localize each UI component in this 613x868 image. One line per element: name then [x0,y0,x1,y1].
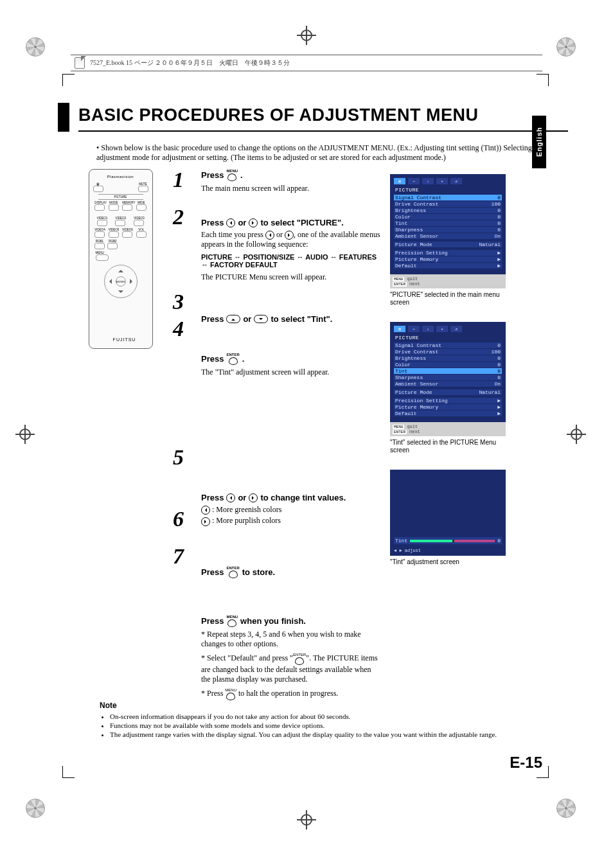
osd-tab-icon: ✦ [436,326,448,332]
osd-tab-icon: ⇔ [408,326,420,332]
remote-right-icon [130,279,135,284]
crop-mark-icon [301,814,312,826]
osd-section-title: PICTURE [395,187,502,193]
crop-mark-icon [19,429,31,440]
osd-item: Ambient SensorOn [394,381,502,387]
remote-mute-button [138,186,148,192]
remote-row-3: VIDEO1 VIDEO2 VIDEO3 [93,217,148,226]
osd-item: Signal Contrast0 [394,342,502,348]
osd-tab-icon: ↺ [450,178,462,184]
notes-title: Note [100,701,542,710]
up-arrow-key-icon [226,315,240,323]
osd-adjust-bar [410,540,495,542]
osd-adjust-value: 0 [497,538,501,544]
registration-mark-icon [26,799,45,818]
remote-dpad: ENTER [104,265,138,298]
osd-item: Picture Memory▶ [394,256,502,262]
osd-tab-icon: ✦ [436,178,448,184]
remote-brand-top: Plasmavision [93,175,148,179]
right-arrow-key-icon [249,218,258,227]
osd-section-title: PICTURE [395,335,502,341]
remote-row-5: RGB1 RGB2 [93,240,148,249]
remote-menu-button [96,254,109,261]
osd-item: Default▶ [394,263,502,269]
language-tab: English [532,116,546,168]
remote-down-icon [118,290,123,296]
osd-adjust-hint: ◄ ► adjust [394,548,421,553]
registration-mark-icon [556,799,576,818]
osd-item: Tint0 [394,220,502,226]
note-item: The adjustment range varies with the dis… [110,731,542,738]
running-header-text: 7527_E.book 15 ページ ２００６年９月５日 火曜日 午後９時３５分 [90,58,290,67]
osd-item: Tint0 [394,368,502,374]
remote-row-4: VIDEO4 VIDEO5 VIDEO6 VOL [93,228,148,238]
osd-item: Drive Contrast100 [394,349,502,355]
osd-item: Sharpness0 [394,375,502,380]
page-title: BASIC PROCEDURES OF ADJUSTMENT MENU [78,103,568,132]
osd-item: Sharpness0 [394,227,502,233]
osd-item: Color0 [394,214,502,220]
remote-row-2: DISPLAY MODE MEMORY WIDE [93,201,148,211]
registration-mark-icon [556,37,576,57]
note-item: Functions may not be available with some… [110,722,542,729]
notes-block: Note On-screen information disappears if… [100,701,542,740]
osd-item: Brightness0 [394,208,502,213]
down-arrow-key-icon [254,315,268,323]
title-bar-icon [58,103,69,132]
remote-enter-button: ENTER [116,276,126,287]
title-block: BASIC PROCEDURES OF ADJUSTMENT MENU [58,103,568,132]
osd-item: Precision Setting▶ [394,398,502,403]
left-arrow-key-icon [226,218,235,227]
osd-adjust-label: Tint [395,538,407,544]
osd-item: Precision Setting▶ [394,250,502,256]
remote-up-icon [118,267,123,272]
osd-item: Picture Memory▶ [394,404,502,410]
crop-mark-icon [301,30,312,41]
crop-mark-icon [571,429,582,440]
remote-picture-label: PICTURE [98,194,143,200]
left-arrow-key-icon [226,493,235,502]
right-arrow-key-icon [201,517,210,526]
remote-brand-bottom: FUJITSU [93,337,156,342]
osd-tab-icon: ♪ [422,178,434,184]
running-header: 7527_E.book 15 ページ ２００６年９月５日 火曜日 午後９時３５分 [71,55,542,71]
remote-mute-label: MUTE [138,182,148,186]
registration-mark-icon [26,37,45,57]
remote-left-icon [107,279,112,284]
osd-tint-adjust: Tint 0 ◄ ► adjust "Tint" adjustment scre… [390,470,506,566]
right-arrow-key-icon [249,493,258,502]
page-number: E-15 [510,754,542,772]
note-item: On-screen information disappears if you … [110,713,542,720]
osd-tab-icon: ↺ [450,326,462,332]
osd-tab-icon: ⇔ [408,178,420,184]
osd-item: Brightness0 [394,355,502,361]
osd-tab-picture-icon: ▦ [394,178,405,184]
osd-item: Signal Contrast0 [394,195,502,200]
osd-item: Default▶ [394,411,502,416]
remote-menu-label: MENU [96,251,148,254]
osd-item: Color0 [394,362,502,368]
manual-page: 7527_E.book 15 ページ ２００６年９月５日 火曜日 午後９時３５分… [0,0,613,868]
page-icon [75,57,85,69]
osd-tab-icon: ♪ [422,326,434,332]
remote-power-button [93,186,103,192]
osd-tab-picture-icon: ▦ [394,326,405,332]
osd-item: Drive Contrast100 [394,201,502,207]
osd-item: Ambient SensorOn [394,233,502,239]
